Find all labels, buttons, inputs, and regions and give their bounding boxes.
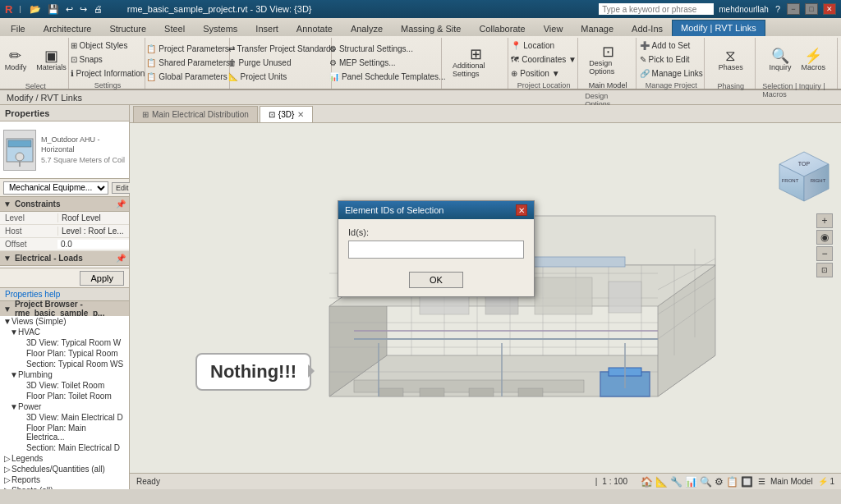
viewport[interactable]: Nothing!!! [130, 123, 841, 473]
tree-item-12[interactable]: ▷ Legends [0, 453, 129, 464]
tree-item-9[interactable]: 3D View: Main Electrical D [0, 412, 129, 423]
position-btn[interactable]: ⊕ Position ▼ [507, 67, 581, 80]
purge-btn[interactable]: 🗑 Purge Unused [224, 57, 339, 69]
apply-button[interactable]: Apply [80, 271, 124, 286]
mep-settings-btn[interactable]: ⚙ MEP Settings... [325, 57, 450, 69]
tree-toggle-1[interactable]: ▼ [10, 328, 18, 337]
ribbon-tab-collaborate[interactable]: Collaborate [470, 20, 534, 36]
manage-links-btn[interactable]: 🔗 Manage Links [636, 67, 707, 80]
close-btn[interactable]: ✕ [823, 3, 836, 15]
phases-btn[interactable]: ⧖ Phases [715, 39, 747, 80]
tree-toggle-13[interactable]: ▷ [3, 465, 11, 474]
project-info-btn[interactable]: ℹ Project Information [67, 67, 149, 80]
dialog-close-button[interactable]: ✕ [516, 204, 527, 216]
zoom-in-btn[interactable]: + [816, 213, 833, 228]
tree-item-8[interactable]: ▼ Power [0, 401, 129, 412]
help-btn[interactable]: ? [774, 4, 782, 14]
electrical-toggle[interactable]: ▼ [3, 254, 11, 263]
macros-btn[interactable]: ⚡ Macros [797, 39, 830, 80]
constraints-section-header[interactable]: ▼ Constraints 📌 [0, 197, 129, 212]
ribbon-tab-massing---site[interactable]: Massing & Site [392, 20, 470, 36]
ribbon-tab-annotate[interactable]: Annotate [287, 20, 342, 36]
snaps-btn[interactable]: ⊡ Snaps [67, 53, 149, 66]
modify-btn[interactable]: ✏ Modify [1, 39, 31, 80]
materials-btn[interactable]: ▣ Materials [32, 39, 71, 80]
maximize-btn[interactable]: □ [805, 3, 818, 15]
additional-btn[interactable]: ⊞ Additional Settings [448, 42, 503, 83]
sb-icon-8[interactable]: 🔲 [741, 476, 753, 488]
dialog-ok-button[interactable]: OK [409, 272, 463, 288]
tree-item-15[interactable]: ▷ Sheets (all) [0, 485, 129, 489]
ribbon-tab-add-ins[interactable]: Add-Ins [623, 20, 672, 36]
sb-icon-6[interactable]: ⚙ [715, 476, 724, 488]
tree-item-5[interactable]: ▼ Plumbing [0, 369, 129, 380]
qa-open[interactable]: 📂 [28, 4, 43, 15]
add-to-set-btn[interactable]: ➕ Add to Set [636, 39, 707, 52]
sb-icon-7[interactable]: 📋 [726, 476, 738, 488]
qa-redo[interactable]: ↪ [78, 4, 89, 15]
dialog-id-input[interactable] [348, 241, 524, 259]
pb-toggle[interactable]: ▼ [3, 305, 11, 314]
proj-units-btn[interactable]: 📐 Project Units [224, 71, 339, 83]
ribbon-tab-systems[interactable]: Systems [194, 20, 246, 36]
tab-3d-close[interactable]: ✕ [297, 110, 304, 119]
coordinates-btn[interactable]: 🗺 Coordinates ▼ [507, 53, 581, 66]
ribbon-tab-view[interactable]: View [535, 20, 572, 36]
tree-toggle-12[interactable]: ▷ [3, 454, 11, 463]
sb-icon-1[interactable]: 🏠 [641, 476, 653, 488]
type-dropdown[interactable]: Mechanical Equipme... [3, 181, 108, 195]
tree-item-3[interactable]: Floor Plan: Typical Room [0, 348, 129, 359]
design-options-btn[interactable]: ⊡ Design Options [585, 39, 631, 80]
tree-item-6[interactable]: 3D View: Toilet Room [0, 380, 129, 391]
constraints-toggle[interactable]: ▼ [3, 199, 11, 208]
project-params-btn[interactable]: 📋 Project Parameters [142, 43, 234, 55]
qa-save[interactable]: 💾 [46, 4, 61, 15]
qa-print[interactable]: 🖨 [92, 4, 104, 14]
sb-icon-3[interactable]: 🔧 [670, 476, 682, 488]
ribbon-tab-file[interactable]: File [2, 20, 34, 36]
tree-toggle-15[interactable]: ▷ [3, 486, 11, 489]
ribbon-tab-architecture[interactable]: Architecture [34, 20, 101, 36]
tree-item-14[interactable]: ▷ Reports [0, 474, 129, 485]
ribbon-tab-modify---rvt-links[interactable]: Modify | RVT Links [672, 20, 765, 36]
tree-item-11[interactable]: Section: Main Electrical D [0, 442, 129, 453]
nav-cube[interactable]: TOP FRONT RIGHT [775, 148, 833, 205]
pick-to-edit-btn[interactable]: ✎ Pick to Edit [636, 53, 707, 66]
ribbon-tab-structure[interactable]: Structure [100, 20, 155, 36]
global-params-btn[interactable]: 📋 Global Parameters [142, 71, 234, 83]
search-input[interactable] [599, 3, 714, 15]
tree-item-0[interactable]: ▼ Views (Simple) [0, 316, 129, 327]
ribbon-tab-manage[interactable]: Manage [572, 20, 623, 36]
electrical-pin[interactable]: 📌 [116, 254, 126, 263]
constraints-pin[interactable]: 📌 [116, 199, 126, 208]
structural-settings-btn[interactable]: ⚙ Structural Settings... [325, 43, 450, 55]
zoom-scroll[interactable]: ◉ [816, 230, 833, 245]
tree-item-2[interactable]: 3D View: Typical Room W [0, 337, 129, 348]
tree-toggle-8[interactable]: ▼ [10, 402, 18, 411]
electrical-section-header[interactable]: ▼ Electrical - Loads 📌 [0, 251, 129, 266]
minimize-btn[interactable]: − [787, 3, 800, 15]
tree-item-1[interactable]: ▼ HVAC [0, 327, 129, 337]
properties-help-link[interactable]: Properties help [0, 287, 129, 300]
inquiry-btn[interactable]: 🔍 Inquiry [765, 39, 795, 80]
object-styles-btn[interactable]: ⊞ Object Styles [67, 39, 149, 52]
qa-undo[interactable]: ↩ [64, 4, 75, 15]
tree-item-10[interactable]: Floor Plan: Main Electrica... [0, 423, 129, 442]
tree-item-4[interactable]: Section: Typical Room WS [0, 359, 129, 369]
tree-toggle-14[interactable]: ▷ [3, 475, 11, 484]
tree-item-13[interactable]: ▷ Schedules/Quantities (all) [0, 464, 129, 474]
transfer-btn[interactable]: ⇄ Transfer Project Standards [224, 43, 339, 55]
sb-icon-4[interactable]: 📊 [685, 476, 697, 488]
sb-icon-5[interactable]: 🔍 [700, 476, 712, 488]
panel-sched-btn[interactable]: 📊 Panel Schedule Templates... [325, 71, 450, 83]
tab-3d[interactable]: ⊡ {3D} ✕ [260, 106, 313, 122]
tree-item-7[interactable]: Floor Plan: Toilet Room [0, 391, 129, 401]
ribbon-tab-steel[interactable]: Steel [155, 20, 194, 36]
location-btn[interactable]: 📍 Location [507, 39, 581, 52]
sb-icon-2[interactable]: 📐 [655, 476, 668, 488]
tab-main-electrical[interactable]: ⊞ Main Electrical Distribution [133, 106, 258, 122]
ribbon-tab-analyze[interactable]: Analyze [342, 20, 392, 36]
zoom-frame-btn[interactable]: ⊡ [816, 263, 833, 277]
tree-toggle-0[interactable]: ▼ [3, 317, 11, 326]
zoom-out-btn[interactable]: − [816, 246, 833, 261]
